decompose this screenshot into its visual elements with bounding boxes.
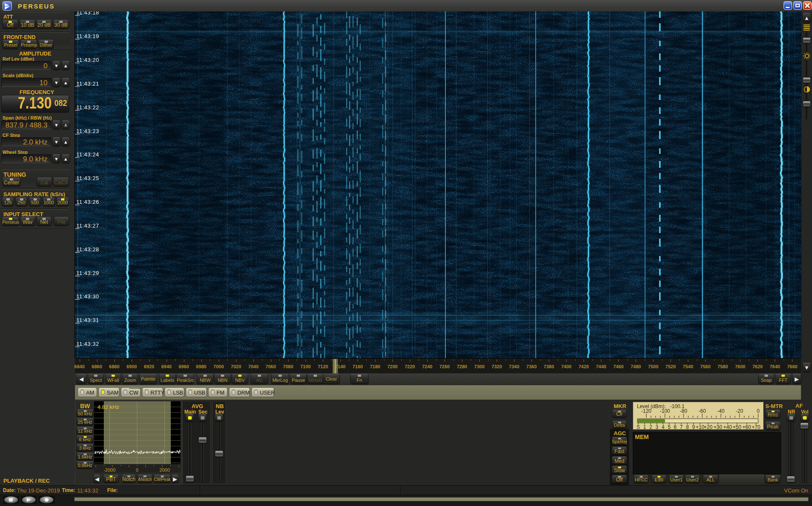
svg-text:+40: +40: [723, 424, 732, 430]
svg-text:4: 4: [662, 424, 665, 430]
svg-text:8: 8: [686, 424, 689, 430]
svg-text:0: 0: [757, 408, 760, 414]
svg-text:+10: +10: [696, 424, 705, 430]
svg-text:3: 3: [656, 424, 659, 430]
svg-text:S: S: [637, 424, 640, 430]
svg-text:5: 5: [668, 424, 671, 430]
svg-text:-20: -20: [736, 408, 743, 414]
svg-text:9: 9: [692, 424, 695, 430]
svg-text:6: 6: [674, 424, 677, 430]
svg-text:-80: -80: [680, 408, 687, 414]
svg-text:+50: +50: [733, 424, 742, 430]
svg-text:0: 0: [136, 467, 139, 473]
svg-text:7: 7: [680, 424, 683, 430]
svg-text:+70: +70: [752, 424, 761, 430]
svg-text:-120: -120: [641, 408, 651, 414]
svg-text:+20: +20: [704, 424, 713, 430]
svg-text:-2000: -2000: [103, 467, 115, 473]
svg-text:+60: +60: [742, 424, 751, 430]
svg-text:2000: 2000: [159, 467, 170, 473]
svg-text:-60: -60: [698, 408, 706, 414]
svg-text:4.82 kHz: 4.82 kHz: [97, 404, 119, 410]
svg-text:1: 1: [643, 424, 646, 430]
svg-text:-40: -40: [717, 408, 725, 414]
svg-text:2: 2: [649, 424, 652, 430]
svg-text:+30: +30: [714, 424, 723, 430]
svg-text:-100: -100: [660, 408, 670, 414]
